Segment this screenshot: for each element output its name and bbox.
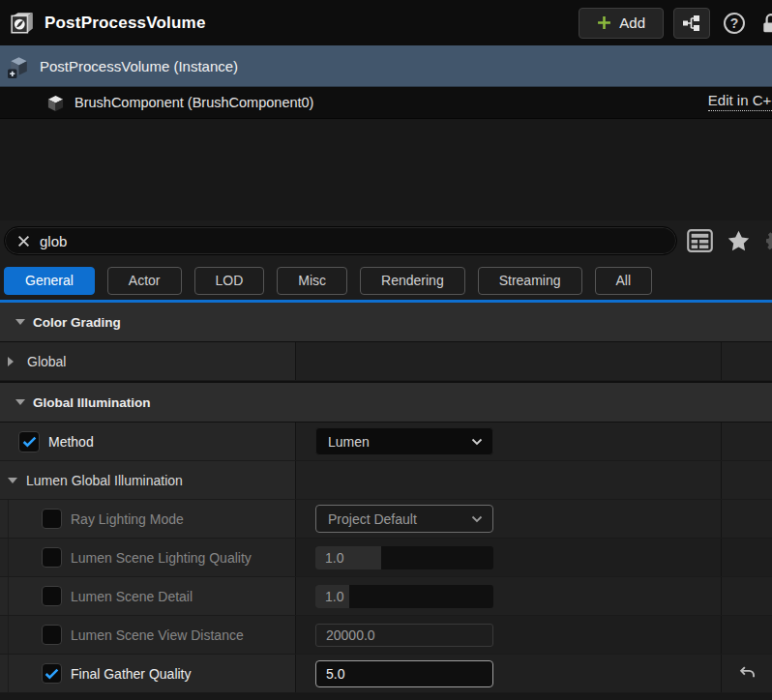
details-title-bar: PostProcessVolume Add ? [0, 0, 772, 45]
lumen-scene-detail-input[interactable]: 1.0 [315, 585, 493, 608]
settings-gear-icon[interactable] [764, 229, 772, 252]
favorites-star-icon[interactable] [727, 229, 751, 252]
final-gather-quality-checkbox-checked[interactable] [42, 663, 62, 684]
search-row: glob [0, 220, 772, 261]
lumen-scene-detail-checkbox-unchecked[interactable] [42, 586, 62, 606]
category-filter-tabs: General Actor LOD Misc Rendering Streami… [0, 261, 772, 300]
property-row-final-gather-quality: Final Gather Quality 5.0 [0, 655, 772, 693]
volume-instance-icon [6, 53, 32, 79]
node-graph-icon [682, 15, 701, 32]
chevron-down-icon [471, 515, 483, 523]
search-input[interactable]: glob [4, 226, 677, 255]
section-global-illumination[interactable]: Global Illumination [0, 383, 772, 423]
help-glyph: ? [730, 15, 739, 31]
tab-general[interactable]: General [4, 267, 95, 295]
tab-general-label: General [25, 273, 74, 288]
tab-misc-label: Misc [298, 273, 326, 288]
property-row-lumen-scene-detail: Lumen Scene Detail 1.0 [0, 577, 772, 616]
empty-area [0, 118, 772, 220]
add-button[interactable]: Add [579, 8, 664, 39]
property-label: Global [27, 354, 66, 369]
lumen-scene-view-distance-checkbox-unchecked[interactable] [42, 625, 62, 645]
ray-lighting-mode-value: Project Default [328, 511, 417, 527]
section-color-grading[interactable]: Color Grading [0, 303, 772, 342]
caret-right-icon[interactable] [8, 357, 14, 366]
ray-lighting-mode-dropdown[interactable]: Project Default [315, 505, 493, 533]
caret-down-icon [8, 478, 17, 483]
add-button-label: Add [619, 15, 645, 31]
checkmark-icon [45, 668, 59, 680]
subsection-lumen-global-illumination[interactable]: Lumen Global Illumination [0, 461, 772, 500]
brush-component-icon [46, 94, 65, 112]
lumen-scene-view-distance-input[interactable]: 20000.0 [315, 624, 493, 647]
brush-row-label: BrushComponent (BrushComponent0) [74, 95, 313, 110]
final-gather-quality-input[interactable]: 5.0 [315, 660, 493, 687]
tab-misc[interactable]: Misc [277, 267, 347, 295]
lock-icon[interactable] [760, 13, 772, 34]
postprocessvolume-icon [10, 11, 35, 36]
subsection-label: Lumen Global Illumination [26, 473, 183, 488]
tab-lod-label: LOD [216, 273, 244, 288]
help-button[interactable]: ? [724, 13, 745, 34]
page-title: PostProcessVolume [45, 14, 206, 33]
property-label: Ray Lighting Mode [71, 511, 184, 527]
tab-actor-label: Actor [129, 273, 161, 288]
tab-streaming-label: Streaming [499, 273, 561, 288]
method-dropdown-value: Lumen [328, 434, 370, 450]
tab-streaming[interactable]: Streaming [478, 267, 582, 295]
property-label: Lumen Scene Lighting Quality [71, 550, 252, 566]
property-row-ray-lighting-mode: Ray Lighting Mode Project Default [0, 500, 772, 539]
plus-icon [597, 15, 611, 30]
tab-rendering-label: Rendering [381, 273, 444, 288]
section-label: Global Illumination [33, 395, 151, 410]
property-row-method: Method Lumen [0, 423, 772, 461]
chevron-down-icon [471, 438, 483, 446]
tab-lod[interactable]: LOD [194, 267, 265, 295]
property-label: Method [48, 434, 94, 450]
tab-all-label: All [616, 273, 632, 288]
details-panel: PostProcessVolume Add ? [0, 0, 772, 700]
ray-lighting-mode-checkbox-unchecked[interactable] [42, 509, 62, 529]
tab-rendering[interactable]: Rendering [360, 267, 465, 295]
edit-in-cpp-link[interactable]: Edit in C++ [708, 92, 772, 111]
component-row-brush[interactable]: BrushComponent (BrushComponent0) Edit in… [0, 87, 772, 118]
property-label: Lumen Scene View Distance [71, 627, 244, 643]
property-row-global[interactable]: Global [0, 342, 772, 381]
blueprint-hierarchy-button[interactable] [673, 8, 710, 39]
title-bar-actions: Add ? [579, 0, 772, 45]
property-label: Final Gather Quality [71, 666, 192, 682]
search-row-icons [687, 220, 772, 261]
method-dropdown[interactable]: Lumen [315, 427, 493, 455]
clear-search-icon[interactable] [17, 235, 30, 248]
checkmark-icon [22, 436, 37, 448]
display-filter-grid-icon[interactable] [687, 229, 713, 252]
property-row-lumen-scene-view-distance: Lumen Scene View Distance 20000.0 [0, 616, 772, 655]
property-row-lumen-scene-lighting-quality: Lumen Scene Lighting Quality 1.0 [0, 539, 772, 577]
caret-down-icon [15, 319, 25, 325]
lumen-scene-lighting-quality-input[interactable]: 1.0 [315, 546, 493, 569]
reset-to-default-icon[interactable] [738, 665, 757, 682]
numeric-value: 20000.0 [316, 625, 492, 646]
property-grid: Color Grading Global Global Illumination… [0, 303, 772, 693]
lumen-scene-lighting-quality-checkbox-unchecked[interactable] [42, 547, 62, 568]
numeric-value: 5.0 [316, 661, 492, 686]
component-row-instance[interactable]: PostProcessVolume (Instance) [0, 45, 772, 87]
instance-row-label: PostProcessVolume (Instance) [40, 58, 238, 74]
search-query-text: glob [40, 233, 67, 249]
caret-down-icon [15, 399, 25, 405]
property-label: Lumen Scene Detail [71, 589, 193, 604]
tab-all[interactable]: All [595, 267, 653, 295]
method-checkbox-checked[interactable] [18, 431, 40, 452]
numeric-value: 1.0 [315, 585, 493, 608]
tab-actor[interactable]: Actor [107, 267, 182, 295]
numeric-value: 1.0 [315, 546, 493, 569]
section-label: Color Grading [33, 315, 121, 330]
